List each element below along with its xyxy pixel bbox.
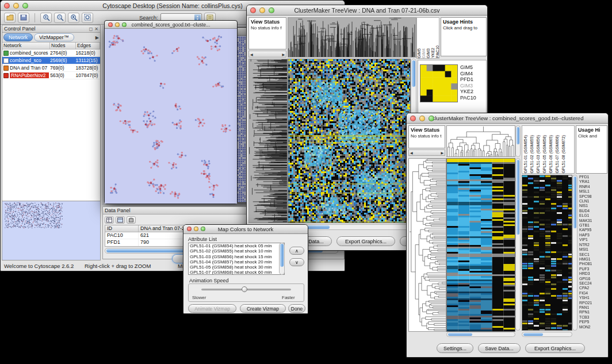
gene-label[interactable]: KAP95 — [579, 228, 607, 232]
column-label[interactable]: GPL51-07 (GSM868) — [555, 135, 560, 173]
heatmap-hscrollbar[interactable] — [446, 332, 515, 337]
save-session-icon[interactable] — [18, 13, 29, 23]
scroll-right-icon[interactable]: ▶ — [282, 52, 285, 56]
clear-attributes-icon[interactable] — [127, 216, 136, 224]
zoom-out-icon[interactable] — [54, 13, 66, 23]
column-label[interactable]: GPL51-02 (GSM855) — [530, 135, 534, 173]
move-down-button[interactable]: ∨ — [289, 258, 304, 266]
open-session-icon[interactable] — [4, 13, 16, 23]
minimize-icon[interactable] — [13, 3, 19, 9]
gene-label[interactable]: YSH1 — [579, 296, 607, 300]
close-icon[interactable] — [108, 22, 113, 27]
column-label[interactable]: GIM4 — [422, 48, 426, 58]
gene-label[interactable]: GIM3 — [460, 83, 476, 89]
zoom-window-icon[interactable] — [429, 116, 434, 121]
tab-vizmapper[interactable]: VizMapper™ — [34, 33, 74, 41]
column-dendrogram-canvas[interactable] — [447, 126, 515, 156]
gene-label[interactable]: HAP3 — [579, 233, 607, 237]
scroll-right-icon[interactable]: ▶ — [441, 151, 443, 155]
correlation-matrix-canvas[interactable] — [420, 65, 457, 102]
zoom-in-icon[interactable] — [40, 13, 52, 23]
gene-label[interactable]: NTR2 — [579, 243, 607, 247]
select-all-attributes-icon[interactable] — [116, 216, 125, 224]
col-network[interactable]: Network — [2, 43, 50, 49]
gene-label[interactable]: SEC24 — [579, 281, 607, 286]
network-row-combined-sco-selected[interactable]: combined_sco 2569(6) 13112(15) — [2, 57, 100, 64]
close-panel-icon[interactable]: ✕ — [94, 26, 98, 32]
gene-label[interactable]: SPC98 — [579, 194, 607, 199]
gene-label[interactable]: MSL1 — [579, 189, 607, 194]
gene-label[interactable]: MAK31 — [579, 219, 607, 223]
animate-vizmap-button[interactable]: Animate Vizmap — [188, 304, 236, 313]
gene-label[interactable]: PFD1 — [460, 76, 476, 83]
column-label[interactable]: GPL51-06 (GSM865) — [549, 135, 553, 173]
close-icon[interactable] — [410, 116, 416, 121]
close-icon[interactable] — [187, 227, 192, 231]
gene-label[interactable]: PUF3 — [579, 267, 607, 271]
gene-label[interactable]: FIG4 — [579, 291, 607, 296]
zoom-window-icon[interactable] — [122, 22, 127, 27]
gene-label[interactable]: PHO81 — [579, 262, 607, 266]
speed-slider-thumb[interactable] — [242, 286, 247, 292]
gene-label[interactable]: ELG1 — [579, 213, 607, 218]
gene-label[interactable]: HRD3 — [579, 271, 607, 276]
gene-label[interactable]: MON2 — [579, 325, 607, 329]
column-label[interactable]: GPL51-08 (GSM872) — [561, 135, 566, 173]
column-dendrogram-canvas[interactable] — [288, 18, 416, 57]
close-icon[interactable] — [250, 7, 256, 13]
col-id[interactable]: ID — [105, 225, 139, 232]
gene-label[interactable]: PEP5 — [579, 320, 607, 324]
gene-label[interactable]: GTB1 — [579, 223, 607, 228]
attribute-list-scrollbar[interactable] — [279, 243, 285, 275]
expression-heatmap-canvas[interactable] — [522, 175, 572, 330]
gene-label[interactable]: GIM5 — [460, 64, 476, 71]
attribute-list-item[interactable]: GPL51-02 (GSM855) heat shock 10 min — [189, 248, 284, 254]
network-view-titlebar[interactable]: combined_scores_good.txt--cluste... — [105, 21, 237, 29]
gene-label[interactable]: CLN1 — [579, 199, 607, 204]
gene-label[interactable]: TCB3 — [579, 315, 607, 320]
expression-hscrollbar[interactable] — [522, 332, 572, 337]
attribute-list-item[interactable]: GPL51-04 (GSM857) heat shock 20 min — [189, 259, 284, 265]
gene-label[interactable]: BUD4 — [579, 209, 607, 213]
row-dendrogram-canvas[interactable] — [249, 59, 287, 223]
scroll-left-icon[interactable]: ◀ — [410, 151, 413, 155]
network-row-combined-scores[interactable]: combined_scores 2764(0) 16218(0) — [2, 49, 100, 57]
network-canvas[interactable] — [105, 29, 237, 204]
network-row-rnapubernov2[interactable]: RNAPuberNov2 563(0) 107847(0) — [2, 72, 100, 79]
gene-label[interactable]: SEC1 — [579, 252, 607, 257]
zoom-fit-icon[interactable] — [82, 13, 93, 23]
column-label[interactable]: YKE2 — [431, 48, 435, 58]
minimize-icon[interactable] — [419, 116, 425, 121]
gene-label[interactable]: RPN1 — [579, 310, 607, 315]
col-edges[interactable]: Edges — [76, 43, 100, 49]
gene-label[interactable]: MSI1 — [579, 247, 607, 252]
gene-label[interactable]: PAN1 — [579, 305, 607, 310]
network-row-dna-tran[interactable]: DNA and Tran 07 769(0) 183728(0) — [2, 64, 100, 72]
zoom-selected-icon[interactable] — [68, 13, 79, 23]
dendro-vscrollbar[interactable] — [515, 125, 521, 157]
gene-label[interactable]: YKE2 — [460, 89, 476, 95]
heatmap-canvas[interactable] — [288, 59, 410, 223]
minimize-icon[interactable] — [259, 7, 265, 13]
gene-label[interactable]: RPO21 — [579, 301, 607, 305]
export-graphics-button[interactable]: Export Graphics... — [525, 343, 585, 353]
minimize-icon[interactable] — [194, 227, 198, 231]
tab-network[interactable]: Network — [3, 33, 33, 41]
expression-vscrollbar[interactable] — [572, 175, 577, 331]
treeview1-titlebar[interactable]: ClusterMaker TreeView : DNA and Tran 07-… — [247, 5, 487, 16]
network-overview-canvas[interactable] — [2, 201, 100, 260]
dendro-hscroll[interactable]: ◀ ▶ — [408, 150, 445, 156]
attribute-list-item[interactable]: GPL51-07 (GSM868) heat shock 60 min — [189, 270, 284, 275]
gene-label[interactable]: GIM4 — [460, 71, 476, 77]
zoom-window-icon[interactable] — [269, 7, 274, 13]
column-label[interactable]: GIM5 — [417, 48, 422, 58]
select-attributes-icon[interactable] — [105, 216, 114, 224]
gene-label[interactable]: GPI16 — [579, 277, 607, 281]
zoom-window-icon[interactable] — [201, 227, 205, 231]
export-graphics-button[interactable]: Export Graphics... — [336, 236, 395, 246]
create-vizmap-button[interactable]: Create Vizmap — [240, 304, 286, 313]
column-label[interactable]: GPL51-01 (GSM854) — [523, 135, 528, 173]
attribute-list-item[interactable]: GPL51-01 (GSM854) heat shock 05 min — [189, 243, 284, 248]
gene-label[interactable]: PAC10 — [460, 95, 476, 101]
column-label[interactable]: GPL51-05 (GSM858) — [542, 135, 547, 173]
